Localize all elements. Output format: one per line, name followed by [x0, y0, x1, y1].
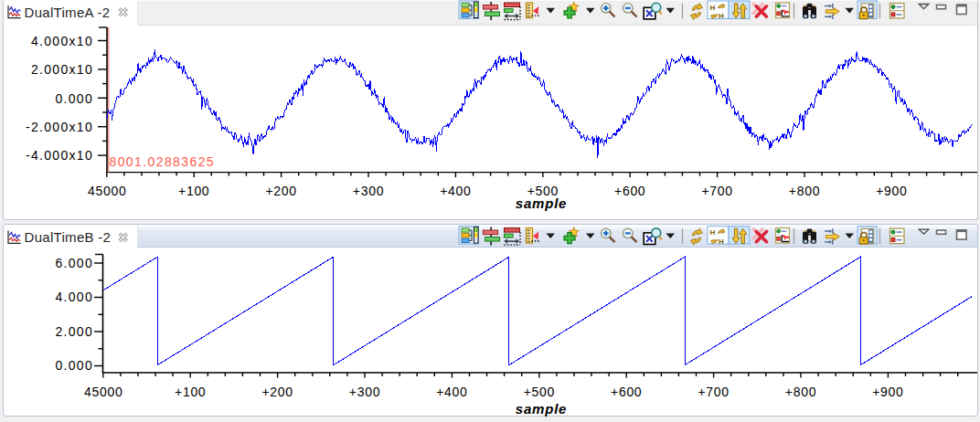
- svg-text:+700: +700: [698, 385, 729, 399]
- svg-text:-2.000x10: -2.000x10: [26, 120, 93, 134]
- svg-text:+600: +600: [614, 184, 645, 198]
- svg-text:8001.02883625: 8001.02883625: [110, 154, 216, 169]
- svg-text:+100: +100: [178, 184, 209, 198]
- svg-text:DualTimeA -2: DualTimeA -2: [25, 5, 111, 20]
- svg-text:+400: +400: [436, 385, 467, 399]
- svg-text:45000: 45000: [88, 184, 126, 198]
- svg-text:4.000: 4.000: [55, 290, 93, 304]
- svg-text:+300: +300: [353, 184, 384, 198]
- svg-text:45000: 45000: [84, 385, 122, 399]
- svg-text:+800: +800: [785, 385, 816, 399]
- svg-text:+700: +700: [701, 184, 732, 198]
- svg-text:+600: +600: [611, 385, 642, 399]
- svg-text:+300: +300: [349, 385, 380, 399]
- svg-text:DualTimeB -2: DualTimeB -2: [25, 229, 112, 245]
- svg-text:-4.000x10: -4.000x10: [26, 148, 93, 163]
- svg-text:+100: +100: [175, 385, 206, 399]
- svg-text:+800: +800: [789, 184, 820, 198]
- svg-text:+200: +200: [261, 385, 293, 399]
- svg-text:+400: +400: [440, 184, 471, 198]
- svg-text:2.000x10: 2.000x10: [31, 62, 93, 77]
- svg-text:+900: +900: [872, 385, 903, 399]
- svg-text:+200: +200: [265, 184, 296, 198]
- svg-text:0.000: 0.000: [55, 91, 93, 106]
- svg-text:2.000: 2.000: [55, 324, 93, 339]
- svg-text:+500: +500: [524, 385, 555, 399]
- svg-text:sample: sample: [516, 195, 568, 211]
- svg-text:4.000x10: 4.000x10: [31, 34, 93, 48]
- svg-text:0.000: 0.000: [55, 358, 93, 373]
- svg-text:6.000: 6.000: [55, 256, 93, 270]
- svg-text:+900: +900: [876, 184, 907, 198]
- svg-text:sample: sample: [516, 401, 568, 417]
